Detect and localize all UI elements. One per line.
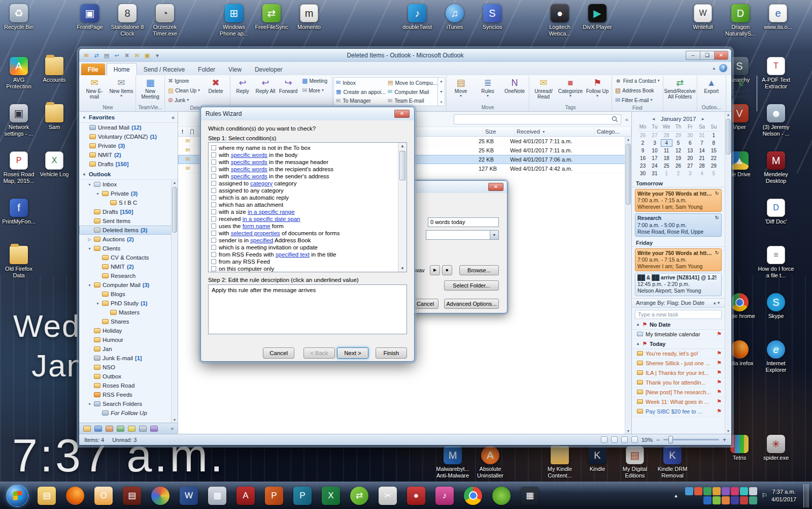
- desktop-icon[interactable]: ♫iTunes: [436, 4, 473, 30]
- media-icon[interactable]: ♪: [435, 487, 454, 505]
- next-button[interactable]: Next >: [337, 347, 368, 359]
- condition-row[interactable]: which is an automatic reply: [210, 194, 396, 201]
- tray-icon[interactable]: [740, 487, 748, 495]
- ribbon-tab[interactable]: Home: [107, 63, 137, 75]
- condition-link[interactable]: selected properties: [231, 230, 280, 236]
- calendar-date[interactable]: 17: [649, 154, 660, 162]
- qat-dropdown-icon[interactable]: ▾: [153, 51, 161, 59]
- outlook-account-header[interactable]: ▲ Outlook: [79, 169, 178, 180]
- desktop-icon[interactable]: ✳spider.exe: [757, 435, 795, 482]
- hidden-icons-chevron[interactable]: ▲: [673, 493, 678, 498]
- desktop-icon[interactable]: ☻(3) Jeremy Nelson - ...: [757, 104, 795, 151]
- ribbon-button[interactable]: ✉Unread/ Read: [530, 76, 557, 105]
- notes-nav-icon[interactable]: [128, 426, 136, 432]
- desktop-icon[interactable]: Old Firefox Data: [0, 246, 38, 293]
- rule-description-box[interactable]: Apply this rule after the message arrive…: [208, 284, 407, 334]
- ribbon-button[interactable]: ▤Address Book: [613, 86, 662, 96]
- calculator-icon[interactable]: ▦: [208, 487, 226, 505]
- checkbox[interactable]: [211, 231, 216, 236]
- calendar-date[interactable]: 29: [708, 162, 720, 170]
- pane-chevron-icon[interactable]: «: [625, 116, 628, 122]
- flag-icon[interactable]: ⚑: [717, 379, 722, 386]
- new-email-icon[interactable]: ✉: [133, 51, 141, 59]
- tasks-nav-icon[interactable]: [117, 426, 124, 432]
- condition-row[interactable]: from any RSS Feed: [210, 258, 396, 265]
- desktop-icon[interactable]: ●Logitech Webca...: [541, 4, 579, 37]
- task-item[interactable]: [New post] The research...⚑: [632, 388, 725, 397]
- calendar-date[interactable]: 10: [649, 147, 660, 154]
- quick-step[interactable]: ✉Team E-mail: [386, 96, 437, 105]
- layout-view-icon[interactable]: [621, 436, 628, 443]
- expand-arrow-icon[interactable]: ▾: [87, 246, 92, 251]
- collapse-arrow-icon[interactable]: ▲: [82, 115, 86, 119]
- appointment[interactable]: Write your 750 Words at http://75↻7:00 a…: [635, 248, 722, 271]
- calendar-date[interactable]: 18: [661, 154, 672, 162]
- mail-folder[interactable]: Roses Road: [79, 381, 178, 390]
- desktop-icon[interactable]: ♪doubleTwist: [398, 4, 436, 30]
- desktop-icon[interactable]: ▤My Digital Editions: [616, 446, 654, 479]
- cancel-button[interactable]: Cancel: [412, 299, 438, 309]
- tray-icon[interactable]: [703, 487, 712, 495]
- desktop-icon[interactable]: ▣Network settings - ...: [0, 104, 38, 151]
- desktop-icon[interactable]: eInternet Explorer: [757, 340, 795, 388]
- checkbox[interactable]: [211, 266, 216, 271]
- desktop-icon[interactable]: SSkype: [757, 293, 795, 340]
- checkbox[interactable]: [211, 145, 216, 150]
- desktop-icon[interactable]: MMendeley Desktop: [757, 151, 795, 199]
- calendar-date[interactable]: 26: [672, 162, 684, 170]
- mail-folder[interactable]: Blogs: [79, 290, 178, 299]
- condition-link[interactable]: form name: [243, 223, 270, 229]
- ribbon-button[interactable]: ✉New E-mail: [81, 76, 108, 105]
- task-item[interactable]: ILA | Thanks for your int...⚑: [632, 368, 725, 378]
- calendar-date[interactable]: 31: [696, 132, 707, 139]
- size-column[interactable]: Size: [483, 127, 515, 136]
- calendar-date[interactable]: 8: [708, 139, 720, 147]
- condition-link[interactable]: category: [250, 180, 273, 186]
- mail-folder[interactable]: ▾PhD Study(1): [79, 299, 178, 308]
- chrome-taskbar-icon[interactable]: [464, 487, 482, 505]
- tray-icon[interactable]: [731, 496, 739, 504]
- quick-step[interactable]: ✉To Manager: [334, 96, 386, 105]
- mail-folder[interactable]: ▾Search Folders: [79, 399, 178, 408]
- calendar-date[interactable]: 12: [672, 147, 684, 154]
- desktop-icon[interactable]: Accounts: [36, 57, 73, 104]
- publisher-icon[interactable]: P: [293, 487, 312, 505]
- normal-view-icon[interactable]: [601, 436, 607, 443]
- received-column[interactable]: Received▼: [515, 127, 595, 136]
- adobe-reader-icon[interactable]: A: [236, 487, 255, 505]
- zoom-slider-thumb[interactable]: [668, 436, 673, 443]
- flag-icon[interactable]: ⚑: [717, 408, 722, 415]
- appointment[interactable]: Research↻7:00 a.m. - 5:00 p.m.Rose Road,…: [635, 213, 722, 236]
- desktop-icon[interactable]: ◔Orzeszek Timer.exe: [146, 4, 184, 37]
- freefilesync-taskbar-icon[interactable]: ⇄: [350, 487, 368, 505]
- task-item[interactable]: Pay SIBC $20 fee to ...⚑: [632, 407, 725, 417]
- mail-folder[interactable]: Masters: [79, 308, 178, 317]
- calendar-date[interactable]: 6: [684, 139, 696, 147]
- ribbon-button[interactable]: ▦New Meeting: [137, 76, 163, 105]
- folder-icon[interactable]: ▣: [143, 51, 151, 59]
- task-item[interactable]: My timetable calendar⚑: [632, 330, 725, 339]
- flag-icon[interactable]: ⚑: [717, 350, 722, 357]
- tray-icon[interactable]: [713, 496, 721, 504]
- calendar-date[interactable]: 11: [661, 147, 672, 154]
- condition-link[interactable]: specific words: [231, 173, 267, 179]
- contacts-nav-icon[interactable]: [106, 426, 113, 432]
- ribbon-button[interactable]: ✉More▾: [300, 86, 331, 96]
- checkbox[interactable]: [211, 245, 216, 250]
- desktop-icon[interactable]: PRoses Road Map, 2015...: [0, 151, 38, 199]
- desktop-icon[interactable]: XVehicle Log: [36, 151, 73, 199]
- tray-icon[interactable]: [703, 496, 712, 504]
- ribbon-button[interactable]: ☻Find a Contact▾: [613, 76, 662, 86]
- calendar-date[interactable]: 21: [696, 154, 707, 162]
- mail-folder[interactable]: Drafts[150]: [79, 207, 178, 216]
- condition-row[interactable]: with a size in a specific range: [210, 208, 396, 215]
- favorite-folder[interactable]: Unread Mail(12): [79, 123, 178, 132]
- minimize-button[interactable]: –: [686, 51, 700, 60]
- scrollbar-thumb[interactable]: [172, 187, 177, 233]
- checkbox[interactable]: [211, 202, 216, 207]
- desktop-icon[interactable]: KKindle: [579, 446, 616, 479]
- snipping-tool-icon[interactable]: ✂: [379, 487, 397, 505]
- navpane-scrollbar[interactable]: ▲▼: [171, 180, 178, 423]
- advanced-options-button[interactable]: Advanced Options...: [444, 299, 499, 309]
- browse-button[interactable]: Browse...: [459, 265, 499, 275]
